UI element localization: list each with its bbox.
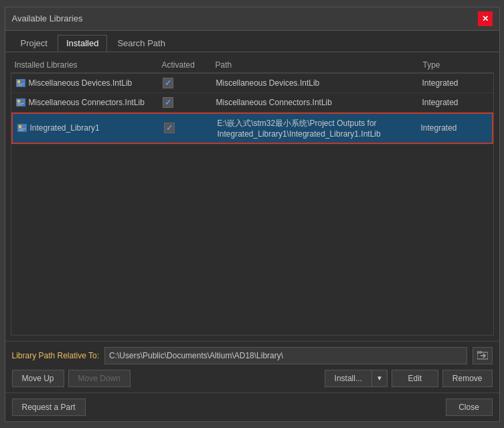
svg-rect-6 bbox=[17, 103, 24, 104]
install-dropdown-button[interactable]: ▼ bbox=[372, 370, 388, 387]
activated-checkbox[interactable] bbox=[163, 78, 173, 88]
library-path-row: Library Path Relative To: bbox=[12, 347, 493, 364]
content-area: Installed Libraries Activated Path Type bbox=[5, 52, 499, 341]
move-down-button[interactable]: Move Down bbox=[68, 370, 131, 387]
activated-checkbox[interactable] bbox=[163, 97, 173, 108]
tab-search-path[interactable]: Search Path bbox=[108, 35, 174, 52]
tab-project[interactable]: Project bbox=[12, 35, 56, 52]
close-icon[interactable]: ✕ bbox=[478, 11, 493, 26]
browse-button[interactable] bbox=[473, 347, 493, 364]
library-icon bbox=[15, 78, 26, 88]
library-icon bbox=[17, 123, 27, 133]
svg-rect-7 bbox=[17, 104, 22, 105]
title-bar: Available Libraries ✕ bbox=[5, 7, 499, 31]
library-path-label: Library Path Relative To: bbox=[12, 351, 100, 360]
type-cell: Integrated bbox=[422, 98, 489, 107]
bottom-bar: Library Path Relative To: Move Up Move D… bbox=[5, 341, 499, 393]
edit-button[interactable]: Edit bbox=[392, 370, 438, 387]
table-body: Miscellaneous Devices.IntLib Miscellaneo… bbox=[11, 73, 494, 336]
tab-installed[interactable]: Installed bbox=[58, 35, 107, 52]
table-row[interactable]: Miscellaneous Devices.IntLib Miscellaneo… bbox=[11, 74, 493, 93]
lib-name: Miscellaneous Connectors.IntLib bbox=[29, 98, 145, 107]
lib-name-cell: Integrated_Library1 bbox=[17, 123, 164, 133]
col-path: Path bbox=[216, 60, 423, 70]
close-button[interactable]: Close bbox=[446, 399, 493, 416]
col-activated: Activated bbox=[162, 60, 216, 70]
remove-button[interactable]: Remove bbox=[442, 370, 493, 387]
svg-rect-2 bbox=[17, 84, 24, 84]
footer-bar: Request a Part Close bbox=[5, 393, 499, 421]
lib-name-cell: Miscellaneous Devices.IntLib bbox=[15, 78, 163, 88]
library-path-input[interactable] bbox=[104, 347, 467, 364]
svg-rect-5 bbox=[17, 100, 20, 102]
install-button[interactable]: Install... bbox=[325, 370, 372, 387]
lib-name: Miscellaneous Devices.IntLib bbox=[29, 78, 133, 88]
available-libraries-dialog: Available Libraries ✕ Project Installed … bbox=[5, 7, 500, 422]
col-installed-libraries: Installed Libraries bbox=[15, 60, 162, 70]
dialog-title: Available Libraries bbox=[12, 13, 83, 23]
path-cell: Miscellaneous Devices.IntLib bbox=[216, 78, 422, 88]
svg-rect-10 bbox=[19, 129, 25, 129]
type-cell: Integrated bbox=[421, 123, 488, 133]
move-up-button[interactable]: Move Up bbox=[12, 370, 64, 387]
lib-name-cell: Miscellaneous Connectors.IntLib bbox=[15, 97, 163, 108]
table-row[interactable]: Miscellaneous Connectors.IntLib Miscella… bbox=[11, 93, 493, 113]
library-icon bbox=[15, 97, 26, 108]
table-header: Installed Libraries Activated Path Type bbox=[11, 58, 494, 73]
action-row: Move Up Move Down Install... ▼ Edit Remo… bbox=[12, 370, 493, 387]
svg-rect-9 bbox=[19, 125, 21, 128]
request-part-button[interactable]: Request a Part bbox=[12, 399, 86, 416]
col-type: Type bbox=[423, 60, 490, 70]
install-button-group: Install... ▼ bbox=[325, 370, 388, 387]
type-cell: Integrated bbox=[422, 78, 489, 88]
path-cell: E:\嵌入式\stm32最小系统\Project Outputs for Int… bbox=[218, 118, 421, 139]
lib-name: Integrated_Library1 bbox=[30, 123, 100, 133]
activated-checkbox[interactable] bbox=[164, 123, 175, 133]
table-row[interactable]: Integrated_Library1 E:\嵌入式\stm32最小系统\Pro… bbox=[11, 113, 493, 144]
svg-rect-11 bbox=[19, 130, 23, 131]
path-cell: Miscellaneous Connectors.IntLib bbox=[216, 98, 422, 107]
tabs-bar: Project Installed Search Path bbox=[5, 31, 499, 52]
svg-rect-1 bbox=[17, 80, 20, 83]
svg-rect-3 bbox=[17, 85, 22, 86]
